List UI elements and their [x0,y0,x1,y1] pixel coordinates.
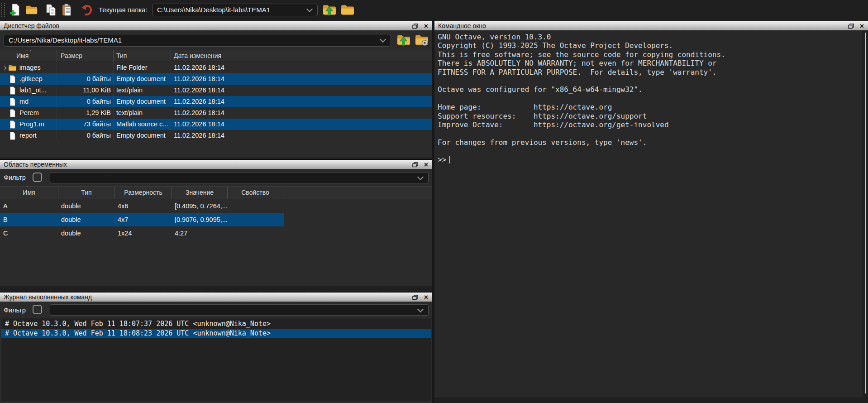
folder-icon [8,64,17,72]
command-output: GNU Octave, version 10.3.0Copyright (C) … [438,33,859,164]
column-header-type[interactable]: Тип [58,187,115,199]
file-size-cell: 0 байты [57,73,114,85]
workspace-title: Область переменных [4,161,67,168]
column-header-date[interactable]: Дата изменения [171,50,432,62]
file-row[interactable]: Perem1,29 KiBtext/plain11.02.2026 18:14 [0,107,432,119]
file-row[interactable]: report0 байтыEmpty document11.02.2026 18… [0,130,432,141]
file-row[interactable]: imagesFile Folder11.02.2026 18:14 [0,62,432,73]
copy-button[interactable] [45,4,57,16]
file-row[interactable]: Prog1.m73 байтыMatlab source c...11.02.2… [0,119,432,130]
scrollbar-thumb[interactable] [865,33,866,393]
undock-button[interactable] [412,294,419,301]
filter-combobox[interactable] [50,172,429,183]
expand-chevron-icon[interactable] [1,67,8,69]
file-browser-path-combobox[interactable]: C:/Users/Nika/Desktop/it-labs/TEMA1 [4,34,391,47]
close-button[interactable]: × [858,23,865,29]
browse-folder-button[interactable] [340,4,355,16]
new-script-button[interactable] [9,4,22,16]
chevron-down-icon [380,36,386,43]
current-folder-label: Текущая папка: [99,0,148,20]
open-folder-icon [25,4,38,16]
variable-row[interactable]: Cdouble1x244:27 [0,226,432,240]
undock-icon [412,24,418,29]
history-entry[interactable]: # Octave 10.3.0, Wed Feb 11 18:08:23 202… [1,329,431,338]
column-header-name[interactable]: Имя [0,50,57,62]
command-line: GNU Octave, version 10.3.0 [438,33,859,41]
variable-value-cell: 4:27 [172,226,432,240]
vertical-scrollbar[interactable] [862,30,868,398]
file-name-cell: .gitkeep [0,73,57,85]
command-window[interactable]: GNU Octave, version 10.3.0Copyright (C) … [434,30,868,398]
filter-checkbox[interactable] [33,173,42,182]
chevron-down-icon [417,306,424,312]
command-line [438,77,859,85]
workspace-filter-row: Фильтр [0,169,432,186]
undock-button[interactable] [412,23,419,29]
history-titlebar[interactable]: Журнал выполненных команд × [0,292,432,302]
folder-actions-button[interactable] [415,34,429,47]
column-header-dimension[interactable]: Размерность [115,187,172,199]
close-button[interactable]: × [423,23,429,29]
history-entry[interactable]: # Octave 10.3.0, Wed Feb 11 18:07:37 202… [1,319,431,329]
file-name: Perem [19,107,39,119]
column-header-attribute[interactable]: Свойство [228,187,283,199]
variable-name-cell: A [0,199,58,213]
file-name-cell: Prog1.m [0,119,57,130]
open-file-button[interactable] [25,4,38,16]
folder-up-button[interactable] [322,4,337,16]
close-icon: × [424,294,428,301]
undock-button[interactable] [412,161,419,168]
directory-up-button[interactable] [396,34,411,47]
variable-list: Adouble4x6[0.4095, 0.7264,...Bdouble4x7[… [0,199,432,240]
command-window-titlebar[interactable]: Командное окно × [434,21,868,30]
toolbar-drag-handle[interactable] [1,3,5,17]
command-line: Improve Octave: https://octave.org/get-i… [438,120,859,129]
dock-splitter[interactable] [432,20,434,403]
folder-up-icon [322,4,337,16]
close-button[interactable]: × [423,161,429,168]
close-icon: × [424,161,428,168]
workspace-table-header: Имя Тип Размерность Значение Свойство [0,186,432,199]
filter-checkbox[interactable] [33,305,42,314]
file-size-cell [57,62,114,73]
command-line [438,129,859,138]
undock-button[interactable] [848,23,854,29]
paste-button[interactable] [61,4,73,16]
current-folder-combobox[interactable]: C:\Users\Nika\Desktop\it-labs\TEMA1 [152,4,318,16]
column-header-value[interactable]: Значение [172,187,228,199]
column-header-type[interactable]: Тип [114,50,171,62]
variable-row[interactable]: Adouble4x6[0.4095, 0.7264,... [0,199,432,213]
file-row[interactable]: lab1_ot...11,00 KiBtext/plain11.02.2026 … [0,85,432,96]
close-button[interactable]: × [423,294,429,301]
file-name: .gitkeep [19,73,43,85]
history-list[interactable]: # Octave 10.3.0, Wed Feb 11 18:07:37 202… [1,318,431,401]
command-line: This is free software; see the source co… [438,50,859,59]
workspace-titlebar[interactable]: Область переменных × [0,159,432,169]
column-header-name[interactable]: Имя [0,187,58,199]
file-size-cell: 11,00 KiB [57,85,114,96]
prompt-line[interactable]: >> [438,155,859,164]
variable-dimension-cell: 1x24 [115,226,172,240]
column-header-size[interactable]: Размер [57,50,114,62]
workspace-panel: Фильтр Имя Тип Размерность Значение Свой… [0,169,432,286]
file-browser-titlebar[interactable]: Диспетчер файлов × [0,21,432,30]
file-browser-path-row: C:/Users/Nika/Desktop/it-labs/TEMA1 [0,30,432,50]
file-row[interactable]: .gitkeep0 байтыEmpty document11.02.2026 … [0,73,432,85]
file-type-cell: Empty document [114,73,171,85]
command-line: Home page: https://octave.org [438,103,859,111]
command-line [438,147,859,155]
history-filter-row: Фильтр [0,302,432,318]
current-folder-path: C:\Users\Nika\Desktop\it-labs\TEMA1 [157,6,270,14]
filter-combobox[interactable] [50,304,429,316]
folder-up-icon [396,34,411,47]
file-browser-title: Диспетчер файлов [4,22,59,29]
file-size-cell: 73 байты [57,119,114,130]
variable-row[interactable]: Bdouble4x7[0.9076, 0.9095,... [0,213,432,226]
command-line: For changes from previous versions, type… [438,138,859,147]
file-row[interactable]: md0 байтыEmpty document11.02.2026 18:14 [0,96,432,107]
variable-dimension-cell: 4x7 [115,213,172,226]
file-browser-path: C:/Users/Nika/Desktop/it-labs/TEMA1 [9,36,122,44]
undo-button[interactable] [81,4,93,16]
file-type-cell: File Folder [114,62,171,73]
variable-type-cell: double [58,199,115,213]
